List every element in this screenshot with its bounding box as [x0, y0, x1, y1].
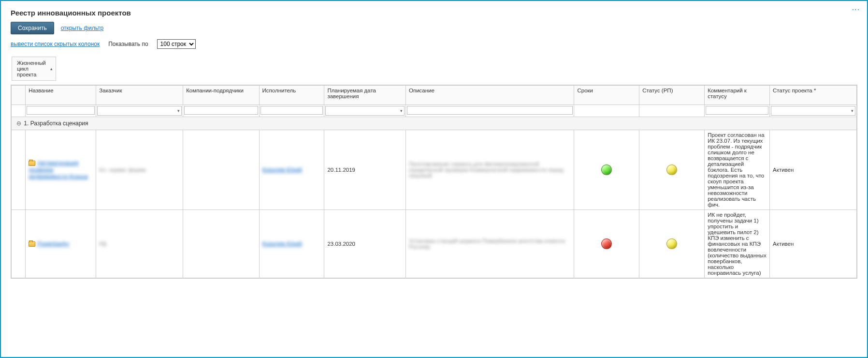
- description-cell: Установка станций шеринга Повербанков аг…: [409, 238, 565, 250]
- collapse-icon[interactable]: ⊖: [15, 120, 22, 127]
- contractors-cell: [183, 130, 259, 210]
- save-button[interactable]: Сохранить: [11, 22, 54, 34]
- filter-customer[interactable]: [97, 106, 182, 116]
- filter-executor[interactable]: [260, 106, 323, 115]
- toolbar: Сохранить открыть фильтр: [1, 22, 867, 39]
- filter-contractors[interactable]: [184, 106, 258, 115]
- show-by-label: Показывать по: [108, 41, 148, 47]
- table-row: Автоматизация проверки недвижимости Ксюш…: [12, 130, 857, 210]
- plan-date-cell: 23.03.2020: [324, 210, 406, 278]
- sub-toolbar: вывести список скрытых колонок Показыват…: [1, 39, 867, 54]
- filter-row: [12, 105, 857, 117]
- plan-date-cell: 20.11.2019: [324, 130, 406, 210]
- col-contractors[interactable]: Компании-подрядчики: [183, 86, 259, 105]
- project-status-cell: Активен: [770, 130, 857, 210]
- comment-cell: ИК не пройдет, получены задачи 1) упрост…: [705, 210, 770, 278]
- folder-icon: [29, 161, 35, 166]
- col-project-status[interactable]: Статус проекта *: [770, 86, 857, 105]
- comment-cell: Проект согласован на ИК 23.07. Из текущи…: [705, 130, 770, 210]
- status-rp-indicator: [666, 239, 677, 249]
- col-executor[interactable]: Исполнитель: [259, 86, 324, 105]
- open-filter-link[interactable]: открыть фильтр: [61, 25, 104, 31]
- filter-plandate[interactable]: [325, 106, 405, 116]
- col-description[interactable]: Описание: [406, 86, 574, 105]
- executor-link[interactable]: Королев Юрий: [262, 240, 302, 247]
- hidden-cols-link[interactable]: вывести список скрытых колонок: [11, 41, 100, 47]
- project-link[interactable]: Автоматизация проверки недвижимости Ксюш…: [29, 160, 88, 180]
- sroki-indicator: [601, 164, 612, 175]
- projects-table: Название Заказчик Компании-подрядчики Ис…: [11, 85, 857, 279]
- status-rp-indicator: [666, 164, 677, 175]
- folder-icon: [29, 241, 35, 247]
- col-comment[interactable]: Комментарий к статусу: [705, 86, 770, 105]
- filter-comment[interactable]: [706, 106, 768, 115]
- customer-cell: РД: [99, 241, 106, 247]
- project-link[interactable]: Powerbanky: [37, 240, 69, 247]
- filter-name[interactable]: [27, 106, 95, 115]
- col-expand: [12, 86, 26, 105]
- group-by-lifecycle-header[interactable]: Жизненный цикл проекта: [12, 57, 56, 81]
- col-sroki[interactable]: Сроки: [574, 86, 639, 105]
- col-name[interactable]: Название: [26, 86, 96, 105]
- group-row: ⊖ 1. Разработка сценария: [12, 117, 857, 130]
- filter-project-status[interactable]: [771, 106, 855, 116]
- project-status-cell: Активен: [770, 210, 857, 278]
- customer-cell: Кл. сервис форма: [99, 167, 145, 173]
- sroki-indicator: [601, 239, 612, 249]
- description-cell: Пилотирование сервиса для Автоматизирова…: [409, 161, 564, 179]
- col-statusrp[interactable]: Статус (РП): [639, 86, 705, 105]
- filter-description[interactable]: [407, 106, 573, 115]
- rows-per-page-select[interactable]: 100 строк: [157, 39, 196, 49]
- contractors-cell: [183, 210, 259, 278]
- more-icon[interactable]: ⋮: [851, 6, 860, 13]
- col-plandate[interactable]: Планируемая дата завершения: [324, 86, 406, 105]
- table-header-row: Название Заказчик Компании-подрядчики Ис…: [12, 86, 857, 105]
- table-row: Powerbanky РД Королев Юрий 23.03.2020 Ус…: [12, 210, 857, 278]
- col-customer[interactable]: Заказчик: [96, 86, 183, 105]
- executor-link[interactable]: Королев Юрий: [262, 166, 302, 173]
- group-title: 1. Разработка сценария: [24, 120, 88, 127]
- page-title: Реестр инновационных проектов: [1, 1, 867, 22]
